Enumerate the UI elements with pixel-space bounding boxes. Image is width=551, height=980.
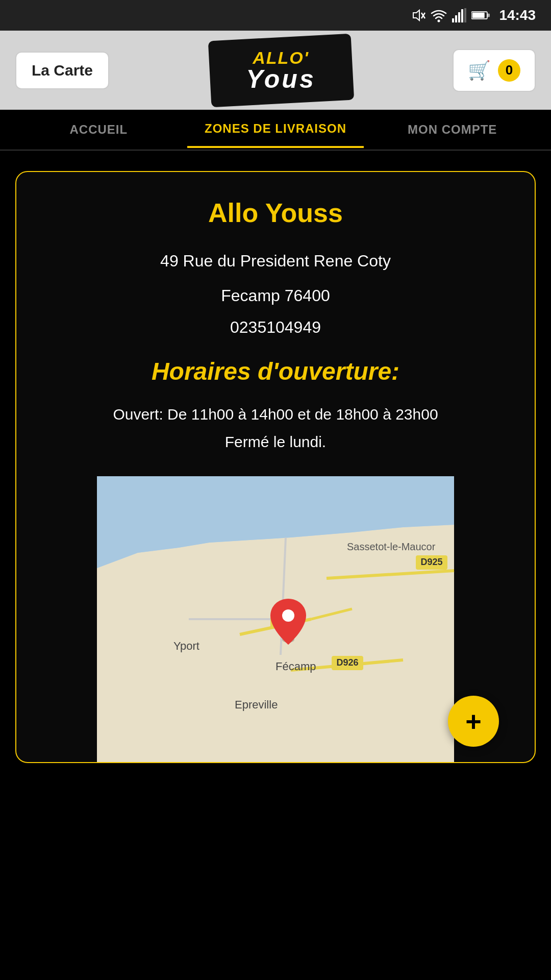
svg-marker-0 [413, 10, 419, 20]
tab-zones-livraison[interactable]: ZONES DE LIVRAISON [187, 111, 364, 148]
svg-rect-11 [487, 14, 490, 17]
svg-text:Epreville: Epreville [235, 698, 278, 711]
status-bar: 14:43 [0, 0, 551, 31]
svg-rect-10 [472, 13, 485, 18]
svg-point-3 [438, 20, 440, 22]
cart-icon: 🛒 [468, 60, 491, 81]
status-icons [411, 8, 490, 22]
wifi-icon [431, 8, 447, 22]
cart-button[interactable]: 🛒 0 [453, 49, 536, 92]
map-view: D925 D486 D926 Sassetot-le-Maucor Fécamp… [37, 476, 514, 762]
la-carte-button[interactable]: La Carte [15, 52, 109, 89]
tab-mon-compte[interactable]: MON COMPTE [364, 112, 541, 147]
svg-text:Yport: Yport [173, 640, 199, 652]
app-logo: ALLO' Yous [210, 37, 353, 104]
address-line-2: Fecamp 76400 [37, 283, 514, 308]
status-time: 14:43 [499, 7, 536, 23]
svg-point-32 [282, 609, 294, 622]
hours-line-2: Fermé le lundi. [225, 433, 326, 450]
mute-icon [411, 8, 425, 22]
fab-icon: + [465, 705, 482, 737]
main-content: Allo Youss 49 Rue du President Rene Coty… [0, 151, 551, 783]
map-container[interactable]: D925 D486 D926 Sassetot-le-Maucor Fécamp… [37, 476, 514, 762]
svg-text:Sassetot-le-Maucor: Sassetot-le-Maucor [347, 541, 436, 552]
logo-allo-text: ALLO' [253, 49, 309, 66]
fab-plus-button[interactable]: + [448, 696, 499, 747]
info-card: Allo Youss 49 Rue du President Rene Coty… [15, 171, 536, 763]
battery-icon [471, 10, 490, 21]
restaurant-name: Allo Youss [37, 198, 514, 228]
svg-text:Fécamp: Fécamp [276, 660, 316, 673]
address-line-1: 49 Rue du President Rene Coty [37, 249, 514, 273]
cart-badge: 0 [498, 59, 520, 82]
logo-yous-text: Yous [246, 66, 315, 92]
svg-marker-13 [97, 525, 454, 762]
header: La Carte ALLO' Yous 🛒 0 [0, 31, 551, 110]
svg-text:D925: D925 [420, 557, 442, 567]
signal-icon [452, 8, 466, 22]
svg-text:D926: D926 [336, 657, 358, 668]
phone-number: 0235104949 [37, 318, 514, 337]
tab-accueil[interactable]: ACCUEIL [10, 112, 187, 147]
svg-rect-8 [464, 8, 466, 22]
nav-tabs: ACCUEIL ZONES DE LIVRAISON MON COMPTE [0, 110, 551, 151]
hours-text: Ouvert: De 11h00 à 14h00 et de 18h00 à 2… [37, 401, 514, 456]
svg-rect-5 [455, 15, 457, 22]
hours-title: Horaires d'ouverture: [37, 357, 514, 385]
svg-rect-7 [461, 9, 463, 22]
svg-rect-6 [458, 12, 460, 22]
svg-rect-4 [452, 18, 454, 22]
hours-line-1: Ouvert: De 11h00 à 14h00 et de 18h00 à 2… [113, 406, 438, 423]
